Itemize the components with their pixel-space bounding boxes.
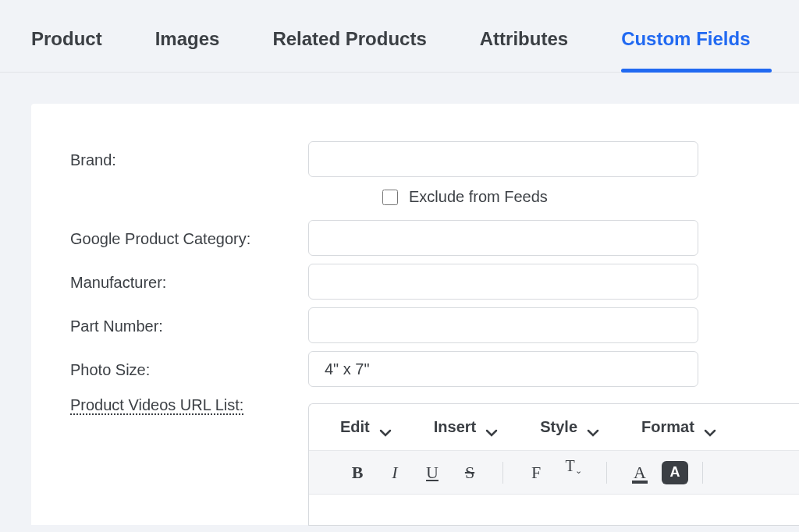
editor-menu-style[interactable]: Style (540, 418, 587, 436)
font-color-button[interactable]: A (621, 457, 659, 488)
italic-button[interactable]: I (376, 457, 414, 488)
font-size-button[interactable]: T⌄ (555, 457, 592, 488)
input-manufacturer[interactable] (308, 264, 698, 300)
editor-menubar: Edit Insert Style Format (309, 404, 799, 450)
label-part-number: Part Number: (70, 316, 308, 335)
label-manufacturer: Manufacturer: (70, 272, 308, 292)
label-exclude-feeds: Exclude from Feeds (409, 188, 548, 206)
editor-menu-format[interactable]: Format (641, 418, 704, 436)
field-row-google-category: Google Product Category: (70, 220, 799, 256)
input-part-number[interactable] (308, 307, 698, 343)
underline-button[interactable]: U (414, 457, 451, 488)
field-row-part-number: Part Number: (70, 307, 799, 343)
field-row-photo-size: Photo Size: (70, 351, 799, 387)
toolbar-separator (702, 462, 703, 484)
label-brand: Brand: (70, 150, 308, 169)
tab-images[interactable]: Images (155, 28, 220, 72)
strikethrough-button[interactable]: S (451, 457, 488, 488)
label-videos: Product Videos URL List: (70, 395, 308, 414)
font-family-button[interactable]: F (517, 457, 555, 488)
field-row-exclude-feeds: Exclude from Feeds (382, 188, 799, 206)
editor-menu-insert-label: Insert (434, 418, 476, 436)
editor-menu-style-label: Style (540, 418, 577, 436)
editor-menu-edit[interactable]: Edit (340, 418, 379, 436)
tab-attributes[interactable]: Attributes (480, 28, 568, 72)
font-size-sub: ⌄ (575, 466, 582, 476)
input-photo-size[interactable] (308, 351, 698, 387)
editor-menu-insert[interactable]: Insert (434, 418, 485, 436)
tab-product[interactable]: Product (31, 28, 102, 72)
toolbar-separator (502, 462, 503, 484)
custom-fields-card: Brand: Exclude from Feeds Google Product… (31, 104, 799, 525)
input-google-category[interactable] (308, 220, 698, 256)
checkbox-exclude-feeds[interactable] (382, 190, 398, 205)
tab-bar: Product Images Related Products Attribut… (0, 0, 799, 73)
input-brand[interactable] (308, 141, 698, 177)
tab-related-products[interactable]: Related Products (272, 28, 426, 72)
highlight-button[interactable]: A (662, 461, 688, 484)
rich-text-editor: Edit Insert Style Format B I U S F (308, 403, 799, 526)
editor-menu-edit-label: Edit (340, 418, 370, 436)
editor-toolbar: B I U S F T⌄ A A (309, 450, 799, 494)
font-size-label: T (565, 457, 574, 475)
tab-custom-fields[interactable]: Custom Fields (621, 28, 750, 72)
field-row-manufacturer: Manufacturer: (70, 264, 799, 300)
toolbar-separator (606, 462, 607, 484)
editor-menu-format-label: Format (641, 418, 694, 436)
label-google-category: Google Product Category: (70, 229, 308, 248)
field-row-brand: Brand: (70, 141, 799, 177)
font-color-bar (632, 481, 648, 484)
editor-body[interactable] (309, 494, 799, 525)
bold-button[interactable]: B (339, 457, 376, 488)
label-photo-size: Photo Size: (70, 360, 308, 379)
